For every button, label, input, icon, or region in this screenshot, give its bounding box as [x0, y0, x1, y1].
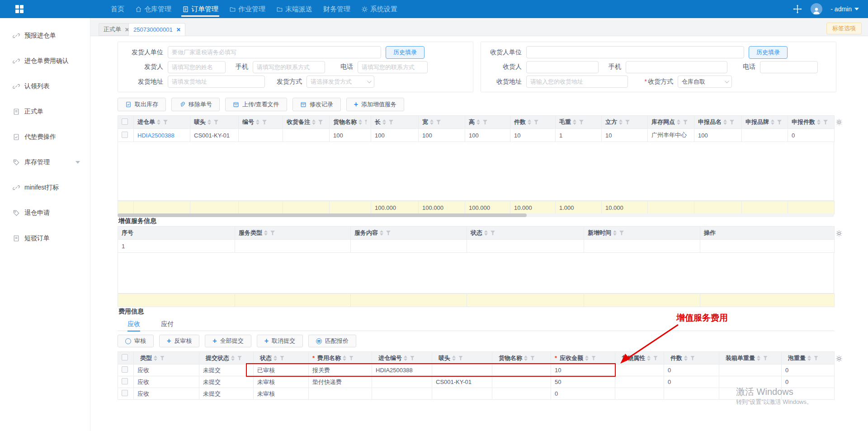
sort-icons[interactable] — [757, 355, 760, 361]
tab-receivable[interactable]: 应收 — [127, 317, 140, 331]
column-header[interactable]: 申报品牌 — [742, 116, 788, 129]
select-all-checkbox[interactable] — [122, 354, 128, 360]
sort-icons[interactable] — [382, 119, 386, 125]
sort-icons[interactable] — [256, 119, 259, 125]
filter-icon[interactable] — [237, 356, 242, 360]
column-header[interactable]: *应收金额 — [551, 352, 615, 365]
upload-view-files-button[interactable]: 上传/查看文件 — [225, 98, 287, 111]
column-header[interactable]: 进仓单 — [134, 116, 190, 129]
filter-icon[interactable] — [625, 120, 630, 124]
row-checkbox[interactable] — [122, 366, 128, 373]
take-stock-button[interactable]: 取出库存 — [118, 98, 166, 111]
receiver-address-input[interactable] — [526, 76, 628, 88]
filter-icon[interactable] — [491, 231, 495, 235]
column-header[interactable]: 件数 — [664, 352, 719, 365]
sidebar-item-formal-order[interactable]: 正式单 — [0, 104, 90, 119]
table-settings-gear-icon[interactable] — [835, 355, 843, 362]
tab-order-250730000001[interactable]: 250730000001 — [128, 23, 185, 36]
column-header[interactable]: 货物名称 — [330, 116, 371, 129]
filter-icon[interactable] — [579, 120, 584, 124]
fee-row[interactable]: 应收未提交已审核报关费HDIA25003881000 — [118, 365, 835, 376]
tab-payable[interactable]: 应付 — [161, 317, 174, 331]
sender-unit-input[interactable] — [168, 46, 381, 58]
column-header[interactable]: 高 — [465, 116, 510, 129]
sort-icons[interactable] — [208, 119, 211, 125]
sort-icons[interactable] — [677, 119, 680, 125]
filter-icon[interactable] — [730, 120, 734, 124]
filter-icon[interactable] — [763, 356, 768, 360]
nav-warehouse[interactable]: 仓库管理 — [135, 0, 171, 18]
column-header[interactable]: 货物名称 — [492, 352, 551, 365]
sort-icons[interactable] — [807, 355, 811, 361]
sort-icons[interactable] — [613, 230, 617, 236]
column-header[interactable]: 库存网点 — [648, 116, 694, 129]
table-row[interactable]: 1 — [118, 240, 835, 253]
sort-icons[interactable] — [647, 355, 651, 361]
column-header[interactable]: 新增时间 — [584, 227, 700, 240]
sidebar-item-return-apply[interactable]: 退仓申请 — [0, 205, 90, 221]
ship-method-select[interactable]: 请选择发货方式 — [307, 76, 374, 88]
add-vas-button[interactable]: + 添加增值服务 — [346, 98, 404, 111]
filter-icon[interactable] — [436, 120, 441, 124]
receiver-name-input[interactable] — [526, 61, 599, 73]
sort-icons[interactable] — [684, 355, 688, 361]
filter-icon[interactable] — [530, 356, 535, 360]
receiver-history-fill-button[interactable]: 历史填录 — [749, 46, 788, 59]
filter-icon[interactable] — [389, 120, 393, 124]
move-icon[interactable] — [793, 4, 802, 14]
receiver-phone-input[interactable] — [760, 61, 818, 73]
filter-icon[interactable] — [349, 356, 354, 360]
filter-icon[interactable] — [160, 356, 165, 360]
column-header[interactable]: 序号 — [118, 227, 235, 240]
sender-phone-input[interactable] — [358, 61, 428, 73]
nav-finance[interactable]: 财务管理 — [323, 0, 350, 18]
filter-icon[interactable] — [823, 120, 828, 124]
sort-icons[interactable] — [430, 119, 434, 125]
column-header[interactable]: 毛重 — [556, 116, 602, 129]
apps-grid-icon[interactable] — [15, 5, 24, 13]
filter-icon[interactable] — [591, 356, 596, 360]
column-header[interactable]: 申报件数 — [788, 116, 835, 129]
column-header[interactable]: *费用名称 — [309, 352, 372, 365]
column-header[interactable]: 装箱单重量 — [719, 352, 782, 365]
nav-operations[interactable]: 作业管理 — [229, 0, 265, 18]
column-header[interactable]: 立方 — [602, 116, 648, 129]
row-checkbox[interactable] — [122, 378, 128, 384]
column-header[interactable]: 长 — [371, 116, 419, 129]
column-header[interactable]: 宽 — [419, 116, 465, 129]
filter-icon[interactable] — [214, 120, 218, 124]
submit-all-button[interactable]: + 全部提交 — [205, 335, 251, 347]
filter-icon[interactable] — [318, 120, 323, 124]
sort-icons[interactable] — [264, 230, 268, 236]
column-header[interactable]: 操作 — [700, 227, 835, 240]
nav-last-mile[interactable]: 末端派送 — [276, 0, 312, 18]
sort-icons[interactable] — [359, 119, 362, 125]
sort-icons[interactable] — [157, 119, 160, 125]
sort-icons[interactable] — [343, 355, 346, 361]
sidebar-item-short-haul[interactable]: 短驳订单 — [0, 231, 90, 246]
column-header[interactable]: 泡重量 — [782, 352, 835, 365]
sort-icons[interactable] — [380, 230, 383, 236]
filter-icon[interactable] — [690, 356, 695, 360]
sidebar-item-claim-list[interactable]: 认领列表 — [0, 79, 90, 94]
filter-icon[interactable] — [365, 120, 367, 124]
select-all-checkbox[interactable] — [122, 118, 128, 125]
sidebar-item-inventory[interactable]: 库存管理 — [0, 155, 90, 170]
column-header[interactable]: 类型 — [134, 352, 199, 365]
sort-icons[interactable] — [476, 119, 480, 125]
row-checkbox[interactable] — [122, 390, 128, 396]
filter-icon[interactable] — [280, 356, 284, 360]
unaudit-button[interactable]: + 反审核 — [159, 335, 199, 347]
sort-icons[interactable] — [452, 355, 456, 361]
column-header[interactable]: 状态 — [467, 227, 584, 240]
sidebar-item-forecast-inbound[interactable]: 预报进仓单 — [0, 28, 90, 43]
sort-icons[interactable] — [154, 355, 157, 361]
inbound-order-link[interactable]: HDIA2500388 — [134, 129, 190, 142]
sort-icons[interactable] — [524, 355, 528, 361]
column-header[interactable]: 提交状态 — [199, 352, 254, 365]
sort-icons[interactable] — [404, 355, 407, 361]
sort-icons[interactable] — [573, 119, 576, 125]
sender-mobile-input[interactable] — [253, 61, 325, 73]
filter-icon[interactable] — [653, 356, 658, 360]
column-header[interactable]: 唛头 — [190, 116, 239, 129]
